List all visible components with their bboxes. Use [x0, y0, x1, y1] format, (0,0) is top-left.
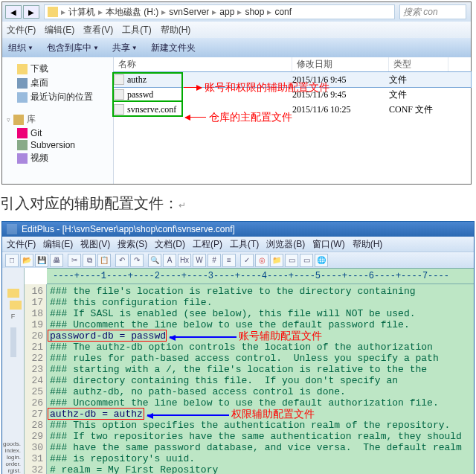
editplus-logo-icon — [7, 224, 17, 234]
desktop-icon — [17, 78, 28, 89]
explorer-menubar: 文件(F) 编辑(E) 查看(V) 工具(T) 帮助(H) — [2, 22, 471, 38]
tb-num-icon[interactable]: # — [208, 254, 221, 267]
ed-menu-search[interactable]: 搜索(S) — [118, 238, 147, 251]
annotation-password: 账号辅助配置文件 — [239, 330, 322, 342]
address-bar[interactable]: ▸ 计算机▸ 本地磁盘 (H:)▸ svnServer▸ app▸ shop▸ … — [44, 4, 395, 19]
editplus-toolbar: □ 📂 💾 🖶 ✂ ⧉ 📋 ↶ ↷ 🔍 A Hx W # ≡ ✓ ◎ 📁 ▭ ▭… — [2, 252, 474, 268]
ed-menu-help[interactable]: 帮助(H) — [353, 238, 383, 251]
git-icon — [17, 128, 28, 138]
crumb-app[interactable]: app — [219, 7, 234, 17]
svg-text:----+----1----+----2----+----3: ----+----1----+----2----+----3----+----4… — [53, 271, 449, 281]
crumb-disk[interactable]: 本地磁盘 (H:) — [106, 6, 158, 19]
editplus-window: EditPlus - [H:\svnServer\app\shop\conf\s… — [1, 221, 475, 474]
download-icon — [17, 64, 28, 74]
tb-redo-icon[interactable]: ↷ — [130, 254, 144, 267]
tb-print-icon[interactable]: 🖶 — [50, 254, 63, 267]
tree-video[interactable]: 视频 — [7, 151, 112, 165]
ed-menu-tools[interactable]: 工具(T) — [230, 238, 259, 251]
crumb-shop[interactable]: shop — [245, 7, 264, 17]
tb-wrap-icon[interactable]: W — [193, 254, 206, 267]
search-input[interactable]: 搜索 con — [399, 4, 466, 19]
tb-doc2-icon[interactable]: ▭ — [300, 254, 313, 267]
col-date[interactable]: 修改日期 — [292, 57, 389, 71]
editplus-titlebar: EditPlus - [H:\svnServer\app\shop\conf\s… — [2, 222, 474, 237]
tree-git[interactable]: Git — [7, 127, 112, 139]
crumb-conf[interactable]: conf — [274, 7, 292, 17]
ed-menu-proj[interactable]: 工程(P) — [193, 238, 222, 251]
menu-help[interactable]: 帮助(H) — [161, 24, 191, 36]
menu-file[interactable]: 文件(F) — [7, 24, 36, 36]
crumb-computer[interactable]: 计算机 — [68, 6, 95, 19]
tree-subversion[interactable]: Subversion — [7, 139, 112, 151]
ed-menu-file[interactable]: 文件(F) — [7, 238, 36, 251]
tb-replace-icon[interactable]: A — [163, 254, 176, 267]
tb-open-icon[interactable]: 📂 — [20, 254, 33, 267]
ed-menu-edit[interactable]: 编辑(E) — [43, 238, 73, 251]
ed-menu-view[interactable]: 视图(V) — [80, 238, 110, 251]
tb-globe-icon[interactable]: 🌐 — [315, 254, 328, 267]
recent-icon — [17, 92, 28, 103]
window-title: EditPlus - [H:\svnServer\app\shop\conf\s… — [22, 224, 235, 234]
tree-desktop[interactable]: 桌面 — [7, 76, 112, 90]
tool-organize[interactable]: 组织 ▼ — [8, 42, 33, 54]
annotation-text-accounts: 账号和权限的辅助配置文件 — [205, 81, 329, 95]
arrow-repo — [185, 117, 206, 118]
sidebar-file-list[interactable]: goods. index. login. order. rgist. — [2, 441, 21, 474]
folder-tree-icon — [7, 289, 19, 298]
tb-find-icon[interactable]: 🔍 — [148, 254, 161, 267]
article-caption: 引入对应的辅助配置文件：↵ — [0, 189, 476, 221]
scrollbar-icon[interactable] — [10, 327, 16, 357]
svn-icon — [17, 140, 28, 150]
folder-icon — [48, 7, 58, 17]
annotation-text-repo: 仓库的主配置文件 — [209, 111, 292, 124]
ed-menu-doc[interactable]: 文档(D) — [155, 238, 185, 251]
tb-cut-icon[interactable]: ✂ — [68, 254, 81, 267]
ed-menu-window[interactable]: 窗口(W) — [312, 238, 344, 251]
col-name[interactable]: 名称 — [114, 57, 292, 71]
tb-paste-icon[interactable]: 📋 — [97, 254, 111, 267]
tb-save-icon[interactable]: 💾 — [35, 254, 48, 267]
line-number-gutter: 1617181920212223242526272829303132 — [25, 284, 47, 474]
crumb-svnserver[interactable]: svnServer — [169, 7, 209, 17]
menu-view[interactable]: 查看(V) — [83, 24, 113, 36]
tb-doc1-icon[interactable]: ▭ — [285, 254, 298, 267]
nav-tree: 下载 桌面 最近访问的位置 ▿库 Git Subversion 视频 — [2, 57, 114, 184]
tb-check-icon[interactable]: ✓ — [240, 254, 254, 267]
tb-ruler-icon[interactable]: ≡ — [222, 254, 236, 267]
explorer-window: ◀ ▶ ▸ 计算机▸ 本地磁盘 (H:)▸ svnServer▸ app▸ sh… — [1, 1, 472, 185]
explorer-titlebar: ◀ ▶ ▸ 计算机▸ 本地磁盘 (H:)▸ svnServer▸ app▸ sh… — [2, 2, 471, 22]
tree-downloads[interactable]: 下载 — [7, 62, 112, 76]
arrow-password — [170, 336, 237, 338]
highlight-box-authz — [48, 408, 144, 420]
ruler-svg: ----+----1----+----2----+----3----+----4… — [47, 269, 474, 284]
tree-recent[interactable]: 最近访问的位置 — [7, 90, 112, 104]
ed-menu-browser[interactable]: 浏览器(B) — [266, 238, 305, 251]
folder-tree-icon — [10, 301, 22, 310]
tb-copy-icon[interactable]: ⧉ — [83, 254, 96, 267]
arrow-authz — [147, 414, 229, 416]
explorer-toolbar: 组织 ▼ 包含到库中 ▼ 共享 ▼ 新建文件夹 — [2, 38, 471, 57]
arrow-accounts — [184, 87, 202, 88]
col-type[interactable]: 类型 — [389, 57, 448, 71]
directory-pane[interactable]: F goods. index. login. order. rgist. — [2, 284, 25, 474]
tool-include[interactable]: 包含到库中 ▼ — [47, 42, 99, 54]
ruler: ----+----1----+----2----+----3----+----4… — [47, 268, 474, 284]
annotation-authz: 权限辅助配置文件 — [231, 409, 315, 420]
tb-folder-icon[interactable]: 📁 — [270, 254, 283, 267]
nav-back-button[interactable]: ◀ — [5, 5, 22, 19]
tb-hx-icon[interactable]: Hx — [178, 254, 191, 267]
tool-share[interactable]: 共享 ▼ — [112, 42, 138, 54]
tb-browser-icon[interactable]: ◎ — [255, 254, 268, 267]
highlight-box-password — [48, 330, 167, 342]
code-editor[interactable]: ### the file's location is relative to t… — [47, 284, 474, 474]
library-icon — [13, 115, 24, 125]
nav-forward-button[interactable]: ▶ — [23, 5, 39, 19]
annotation-box-repo — [112, 100, 183, 117]
tb-new-icon[interactable]: □ — [5, 254, 19, 267]
menu-tools[interactable]: 工具(T) — [122, 24, 151, 36]
tool-newfolder[interactable]: 新建文件夹 — [151, 42, 196, 54]
tb-undo-icon[interactable]: ↶ — [115, 254, 129, 267]
tree-libraries[interactable]: ▿库 — [7, 112, 112, 127]
editplus-menubar: 文件(F) 编辑(E) 视图(V) 搜索(S) 文档(D) 工程(P) 工具(T… — [2, 237, 474, 252]
menu-edit[interactable]: 编辑(E) — [45, 24, 74, 36]
